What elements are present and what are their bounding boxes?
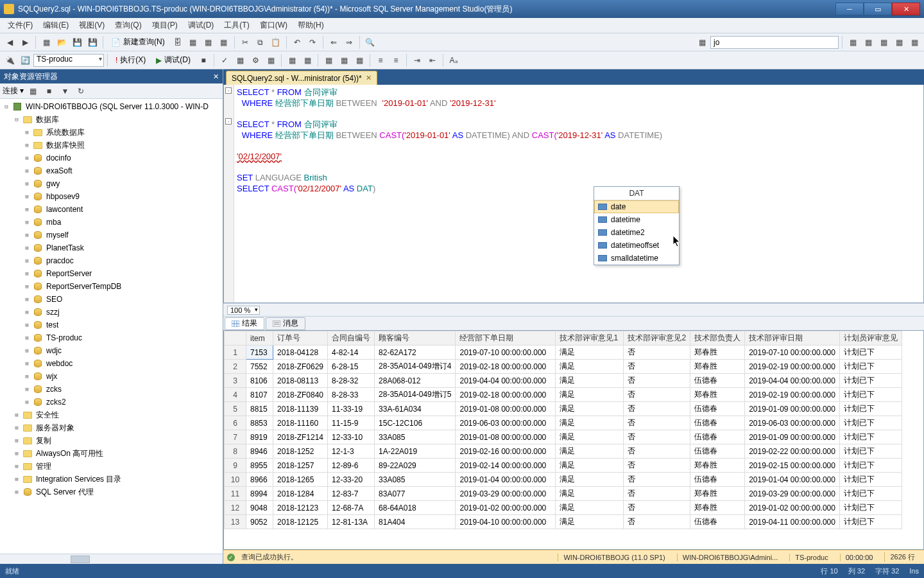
oe-filter-icon[interactable]: ▼: [58, 84, 72, 98]
nav-fwd-icon[interactable]: ⇒: [342, 35, 356, 49]
cell[interactable]: 2018-ZF0629: [273, 360, 328, 374]
connect-icon[interactable]: 🔌: [3, 53, 17, 67]
table-row[interactable]: 171532018-041284-82-1482-62A1722019-07-1…: [225, 346, 902, 360]
cell[interactable]: 计划已下: [839, 416, 902, 430]
cell[interactable]: 郑春胜: [690, 459, 745, 473]
tb-extra-3-icon[interactable]: ▦: [877, 35, 891, 49]
specify-values-icon[interactable]: Aₐ: [447, 53, 461, 67]
cell[interactable]: 2018-04128: [273, 346, 328, 360]
column-header[interactable]: 订单号: [273, 331, 328, 346]
cell[interactable]: 8107: [246, 388, 273, 402]
column-header[interactable]: 顾客编号: [375, 331, 456, 346]
tree-folder-node[interactable]: ⊞复制: [0, 434, 223, 447]
table-row[interactable]: 1189942018-128412-83-783A0772019-03-29 0…: [225, 487, 902, 501]
menu-item[interactable]: 调试(D): [183, 18, 219, 33]
cell[interactable]: 郑春胜: [690, 360, 745, 374]
cell[interactable]: 郑春胜: [690, 346, 745, 360]
cell[interactable]: 2018-1284: [273, 487, 328, 501]
panel-close-icon[interactable]: ✕: [213, 73, 219, 81]
cell[interactable]: 否: [624, 346, 690, 360]
activity-monitor-icon[interactable]: ▦: [695, 35, 709, 49]
column-header[interactable]: 经营部下单日期: [456, 331, 556, 346]
cell[interactable]: 否: [624, 459, 690, 473]
menu-item[interactable]: 文件(F): [3, 18, 38, 33]
cell[interactable]: 2019-02-18 00:00:00.000: [456, 388, 556, 402]
tree-database-node[interactable]: ⊞TS-produc: [0, 331, 223, 344]
tb-extra-2-icon[interactable]: ▦: [861, 35, 875, 49]
tree-toggle-icon[interactable]: ⊞: [23, 168, 31, 174]
cell[interactable]: 伍德春: [690, 473, 745, 487]
cell[interactable]: 2019-01-02 00:00:00.000: [456, 501, 556, 515]
cell[interactable]: 81A404: [375, 515, 456, 529]
tree-toggle-icon[interactable]: ⊞: [13, 437, 21, 444]
cell[interactable]: 满足: [556, 360, 624, 374]
tree-toggle-icon[interactable]: ⊞: [23, 258, 31, 264]
cell[interactable]: 12-1-3: [328, 444, 375, 459]
tree-toggle-icon[interactable]: ⊞: [23, 193, 31, 200]
save-all-icon[interactable]: 💾: [85, 35, 99, 49]
search-input[interactable]: [710, 36, 839, 49]
query-options-icon[interactable]: ⚙: [248, 53, 262, 67]
column-header[interactable]: 计划员评审意见: [839, 331, 902, 346]
cell[interactable]: 伍德春: [690, 402, 745, 416]
nav-back-icon[interactable]: ⇐: [327, 35, 341, 49]
redo-icon[interactable]: ↷: [305, 35, 320, 49]
cell[interactable]: 7552: [246, 360, 273, 374]
tree-database-node[interactable]: ⊞szzj: [0, 306, 223, 319]
cell[interactable]: 2019-01-09 00:00:00.000: [745, 402, 840, 416]
cell[interactable]: 8-28-33: [328, 388, 375, 402]
outline-toggle-icon[interactable]: -: [225, 118, 232, 125]
debug-button[interactable]: ▶ 调试(D): [151, 53, 195, 67]
cell[interactable]: 8853: [246, 416, 273, 430]
cell[interactable]: 满足: [556, 374, 624, 388]
cell[interactable]: 1A-22A019: [375, 444, 456, 459]
tree-database-node[interactable]: ⊞mba: [0, 216, 223, 229]
cell[interactable]: 12-83-7: [328, 487, 375, 501]
tree-folder-node[interactable]: ⊞Integration Services 目录: [0, 473, 223, 486]
column-header[interactable]: 技术部评审意见1: [556, 331, 624, 346]
cell[interactable]: 计划已下: [839, 402, 902, 416]
tree-toggle-icon[interactable]: ⊞: [23, 232, 31, 238]
results-tab[interactable]: 结果: [225, 317, 264, 330]
cell[interactable]: 郑春胜: [690, 501, 745, 515]
intellisense-popup[interactable]: DAT datedatetimedatetime2datetimeoffsets…: [594, 186, 680, 265]
new-query-button[interactable]: 📄 新建查询(N): [107, 35, 169, 49]
table-row[interactable]: 1290482018-1212312-68-7A68-64A0182019-01…: [225, 501, 902, 515]
tree-toggle-icon[interactable]: ⊞: [23, 360, 31, 367]
cell[interactable]: 满足: [556, 402, 624, 416]
cell[interactable]: 否: [624, 360, 690, 374]
tree-database-node[interactable]: ⊞exaSoft: [0, 164, 223, 177]
row-number[interactable]: 10: [225, 473, 246, 487]
tree-database-node[interactable]: ⊞PlanetTask: [0, 241, 223, 254]
column-header[interactable]: 技术部评审日期: [745, 331, 840, 346]
menu-item[interactable]: 视图(V): [74, 18, 110, 33]
cell[interactable]: 8994: [246, 487, 273, 501]
save-icon[interactable]: 💾: [70, 35, 84, 49]
cell[interactable]: 计划已下: [839, 515, 902, 529]
cell[interactable]: 否: [624, 402, 690, 416]
row-number[interactable]: 3: [225, 374, 246, 388]
row-number[interactable]: 9: [225, 459, 246, 473]
tree-toggle-icon[interactable]: ⊞: [23, 322, 31, 328]
cell[interactable]: 2018-1265: [273, 473, 328, 487]
menu-item[interactable]: 项目(P): [147, 18, 183, 33]
indent-icon[interactable]: ⇥: [410, 53, 424, 67]
cell[interactable]: 满足: [556, 515, 624, 529]
xmla-query-icon[interactable]: ▦: [217, 35, 231, 49]
column-header[interactable]: [225, 331, 246, 346]
table-row[interactable]: 481072018-ZF08408-28-3328-35A014-049增订52…: [225, 388, 902, 402]
cell[interactable]: 2019-07-10 00:00:00.000: [745, 346, 840, 360]
table-row[interactable]: 1089662018-126512-33-2033A0852019-01-04 …: [225, 473, 902, 487]
row-number[interactable]: 5: [225, 402, 246, 416]
tree-database-node[interactable]: ⊞zcks2: [0, 396, 223, 408]
column-header[interactable]: 技术部负责人: [690, 331, 745, 346]
cell[interactable]: 28-35A014-049增订5: [375, 388, 456, 402]
cell[interactable]: 12-33-20: [328, 473, 375, 487]
cell[interactable]: 伍德春: [690, 444, 745, 459]
dmx-query-icon[interactable]: ▦: [201, 35, 216, 49]
document-tab[interactable]: SQLQuery2.sql - W...ministrator (54))* ✕: [226, 71, 377, 85]
cell[interactable]: 68-64A018: [375, 501, 456, 515]
cell[interactable]: 满足: [556, 416, 624, 430]
cell[interactable]: 2019-04-10 00:00:00.000: [456, 515, 556, 529]
cell[interactable]: 11-33-19: [328, 402, 375, 416]
